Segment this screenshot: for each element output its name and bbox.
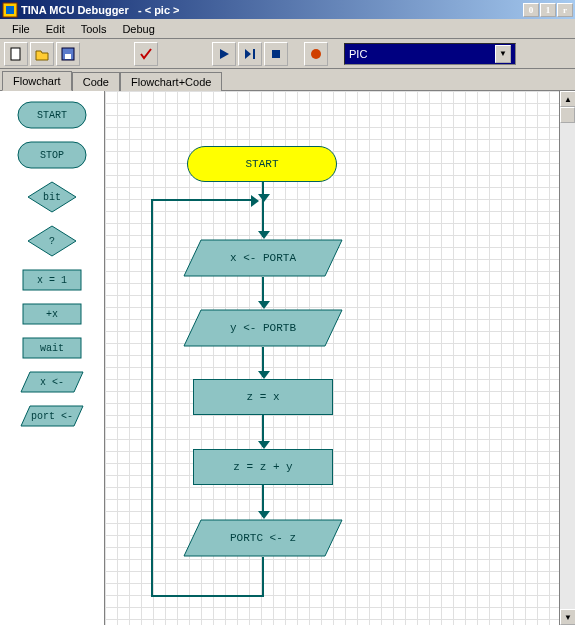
arrow-head-icon [251, 195, 259, 207]
node-process-z-plus-y[interactable]: z = z + y [193, 449, 333, 485]
workspace: START STOP bit ? x = 1 +x wait x <- [0, 91, 575, 625]
menu-debug[interactable]: Debug [114, 21, 162, 37]
scroll-thumb[interactable] [560, 107, 575, 123]
window-buttons: 0 1 r [523, 3, 573, 17]
app-icon [2, 2, 18, 18]
stop-button[interactable] [264, 42, 288, 66]
breakpoint-button[interactable] [304, 42, 328, 66]
check-button[interactable] [134, 42, 158, 66]
palette-wait[interactable]: wait [22, 337, 82, 359]
svg-rect-1 [6, 6, 14, 14]
connector [262, 557, 264, 597]
palette-input[interactable]: x <- [20, 371, 84, 393]
arrow-head-icon [258, 371, 270, 379]
menu-edit[interactable]: Edit [38, 21, 73, 37]
node-io-y-portb[interactable]: y <- PORTB [183, 309, 343, 347]
minimize-button[interactable]: 0 [523, 3, 539, 17]
palette-decision-bit[interactable]: bit [27, 181, 77, 213]
menu-file[interactable]: File [4, 21, 38, 37]
doc-name: - < pic > [138, 4, 180, 16]
palette-start[interactable]: START [17, 101, 87, 129]
palette-assign[interactable]: x = 1 [22, 269, 82, 291]
palette-increment[interactable]: +x [22, 303, 82, 325]
mcu-select[interactable]: PIC ▼ [344, 43, 516, 65]
tab-flowchart[interactable]: Flowchart [2, 71, 72, 91]
palette-output[interactable]: port <- [20, 405, 84, 427]
arrow-head-icon [258, 231, 270, 239]
mcu-select-value: PIC [349, 48, 367, 60]
node-process-z-eq-x[interactable]: z = x [193, 379, 333, 415]
menu-tools[interactable]: Tools [73, 21, 115, 37]
tab-code[interactable]: Code [72, 72, 120, 91]
menubar: File Edit Tools Debug [0, 19, 575, 39]
tab-flowchart-code[interactable]: Flowchart+Code [120, 72, 222, 91]
connector [151, 199, 255, 201]
run-button[interactable] [212, 42, 236, 66]
vertical-scrollbar[interactable]: ▲ ▼ [559, 91, 575, 625]
node-io-x-porta[interactable]: x <- PORTA [183, 239, 343, 277]
close-button[interactable]: r [557, 3, 573, 17]
scroll-down-button[interactable]: ▼ [560, 609, 575, 625]
arrow-head-icon [258, 441, 270, 449]
canvas-wrap: START x <- PORTA y <- PORTB [105, 91, 575, 625]
svg-rect-2 [11, 48, 20, 60]
window-title: TINA MCU Debugger - < pic > [21, 4, 523, 16]
maximize-button[interactable]: 1 [540, 3, 556, 17]
connector [151, 595, 263, 597]
arrow-head-icon [258, 194, 270, 202]
arrow-head-icon [258, 511, 270, 519]
new-button[interactable] [4, 42, 28, 66]
flowchart-canvas[interactable]: START x <- PORTA y <- PORTB [105, 91, 559, 625]
palette-decision-q[interactable]: ? [27, 225, 77, 257]
palette: START STOP bit ? x = 1 +x wait x <- [0, 91, 105, 625]
arrow-head-icon [258, 301, 270, 309]
connector [151, 199, 153, 597]
open-button[interactable] [30, 42, 54, 66]
step-button[interactable] [238, 42, 262, 66]
save-button[interactable] [56, 42, 80, 66]
svg-rect-4 [65, 54, 71, 59]
titlebar: TINA MCU Debugger - < pic > 0 1 r [0, 0, 575, 19]
app-name: TINA MCU Debugger [21, 4, 129, 16]
svg-rect-6 [272, 50, 280, 58]
scroll-up-button[interactable]: ▲ [560, 91, 575, 107]
node-start[interactable]: START [187, 146, 337, 182]
svg-point-7 [311, 49, 321, 59]
node-io-portc-z[interactable]: PORTC <- z [183, 519, 343, 557]
svg-rect-5 [253, 49, 255, 59]
toolbar: PIC ▼ [0, 39, 575, 69]
chevron-down-icon: ▼ [495, 45, 511, 63]
tabbar: Flowchart Code Flowchart+Code [0, 69, 575, 91]
palette-stop[interactable]: STOP [17, 141, 87, 169]
scroll-track[interactable] [560, 107, 575, 609]
